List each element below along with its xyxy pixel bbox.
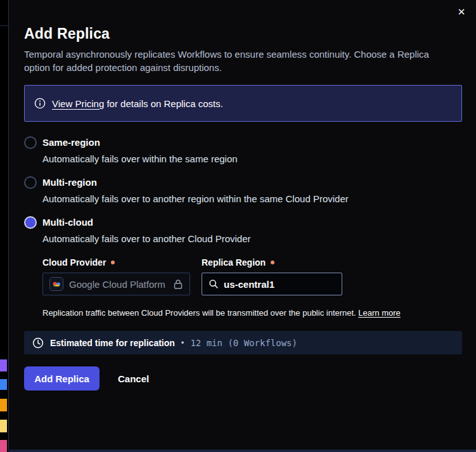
- cancel-button[interactable]: Cancel: [118, 373, 149, 384]
- required-dot: [111, 261, 115, 264]
- close-button[interactable]: ✕: [454, 5, 468, 19]
- backdrop-stripe: [0, 399, 7, 411]
- option-body: Multi-region Automatically fails over to…: [42, 176, 349, 205]
- option-label: Same-region: [42, 136, 238, 149]
- add-replica-modal: ✕ Add Replica Temporal asynchronously re…: [8, 0, 476, 449]
- backdrop-stripe: [0, 379, 7, 390]
- add-replica-button[interactable]: Add Replica: [24, 366, 100, 391]
- option-description: Automatically fails over to another regi…: [42, 193, 349, 205]
- public-internet-note: Replication traffic between Cloud Provid…: [42, 307, 401, 318]
- banner-text: View Pricing for details on Replica cost…: [52, 98, 223, 109]
- replica-region-input[interactable]: [224, 279, 325, 290]
- replica-region-box[interactable]: [202, 273, 342, 295]
- backdrop-bottom-strip: [8, 449, 476, 452]
- modal-subtitle: Temporal asynchronously replicates Workf…: [24, 48, 454, 74]
- option-body: Same-region Automatically fails over wit…: [42, 136, 238, 165]
- option-multi-region[interactable]: Multi-region Automatically fails over to…: [24, 176, 462, 205]
- option-label: Multi-cloud: [42, 216, 401, 229]
- estimate-bar: Estimated time for replication • 12 min …: [24, 331, 462, 354]
- pricing-banner: View Pricing for details on Replica cost…: [24, 85, 462, 122]
- multi-cloud-form: Cloud Provider: [42, 257, 401, 295]
- radio-same-region[interactable]: [24, 136, 37, 149]
- info-icon: [34, 98, 46, 109]
- note-text: Replication traffic between Cloud Provid…: [42, 308, 358, 318]
- option-label: Multi-region: [42, 176, 349, 189]
- clock-icon: [32, 337, 44, 349]
- page: ✕ Add Replica Temporal asynchronously re…: [0, 0, 476, 452]
- estimate-value: 12 min (0 Workflows): [190, 338, 297, 348]
- gcp-icon: [49, 277, 63, 291]
- search-icon: [209, 279, 219, 289]
- option-body: Multi-cloud Automatically fails over to …: [42, 216, 401, 318]
- estimate-separator: •: [181, 338, 184, 347]
- radio-multi-cloud[interactable]: [24, 216, 37, 229]
- option-description: Automatically fails over within the same…: [42, 153, 238, 165]
- required-dot: [271, 261, 274, 264]
- option-same-region[interactable]: Same-region Automatically fails over wit…: [24, 136, 462, 165]
- cloud-provider-field: Cloud Provider: [42, 257, 190, 295]
- lock-icon: [173, 279, 183, 290]
- replica-options: Same-region Automatically fails over wit…: [24, 136, 462, 318]
- replica-region-label: Replica Region: [202, 257, 342, 268]
- cloud-provider-value: Google Cloud Platform: [69, 279, 165, 290]
- view-pricing-link[interactable]: View Pricing: [52, 98, 104, 109]
- backdrop-stripe: [0, 420, 7, 432]
- option-description: Automatically fails over to another Clou…: [42, 233, 401, 245]
- close-icon: ✕: [458, 6, 466, 17]
- banner-text-rest: for details on Replica costs.: [104, 98, 223, 109]
- field-label-text: Cloud Provider: [42, 257, 106, 268]
- field-label-text: Replica Region: [202, 257, 266, 268]
- backdrop-stripe: [0, 440, 7, 452]
- cloud-provider-select[interactable]: Google Cloud Platform: [42, 273, 190, 295]
- estimate-label: Estimated time for replication: [50, 338, 175, 348]
- backdrop-divider: [0, 25, 8, 26]
- radio-multi-region[interactable]: [24, 176, 37, 189]
- modal-title: Add Replica: [24, 25, 462, 42]
- cloud-provider-label: Cloud Provider: [42, 257, 190, 268]
- backdrop-stripes: [0, 0, 8, 452]
- replica-region-field: Replica Region: [202, 257, 342, 295]
- learn-more-link[interactable]: Learn more: [358, 308, 400, 318]
- backdrop-stripe: [0, 359, 7, 371]
- modal-actions: Add Replica Cancel: [24, 366, 462, 391]
- option-multi-cloud[interactable]: Multi-cloud Automatically fails over to …: [24, 216, 462, 318]
